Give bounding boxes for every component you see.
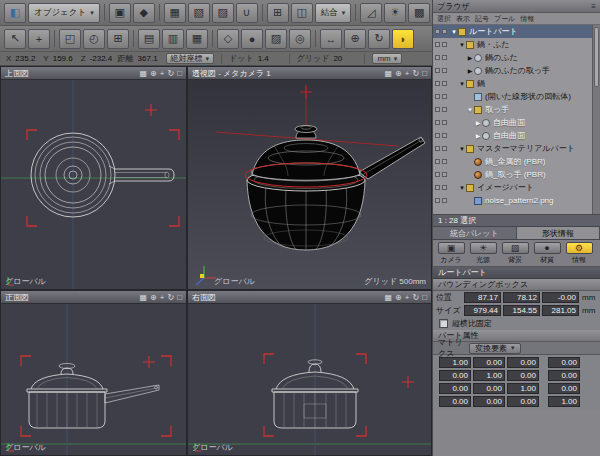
visibility-toggle-icon[interactable] (435, 120, 440, 125)
object-mode-dropdown[interactable]: オブジェクト▾ (28, 3, 100, 23)
tree-item[interactable]: ▼取っ手 (433, 103, 592, 116)
viewport-pan-icon[interactable]: + (405, 69, 410, 78)
matrix-cell[interactable]: 1.00 (548, 396, 580, 407)
viewport-pan-icon[interactable]: + (160, 69, 165, 78)
aspect-lock-checkbox[interactable] (439, 319, 448, 328)
measure-icon[interactable]: ◿ (360, 3, 382, 23)
tree-item[interactable]: ▼イメージパート (433, 181, 592, 194)
size-z-field[interactable]: 281.05 (542, 305, 579, 316)
viewport-front[interactable]: 正面図 ▦⊕+↻□ (0, 290, 187, 456)
tree-item[interactable]: ▼鍋 (433, 77, 592, 90)
light-icon[interactable]: ☀ (384, 3, 406, 23)
tree-expand-arrow[interactable]: ▶ (474, 132, 482, 139)
position-z-field[interactable]: -0.00 (542, 292, 579, 303)
matrix-cell[interactable]: 0.00 (507, 396, 539, 407)
visibility-toggle-icon[interactable] (435, 29, 440, 34)
browser-scrollbar[interactable] (592, 25, 600, 214)
create-part-icon[interactable]: ▣ (109, 3, 131, 23)
viewport-maximize-icon[interactable]: □ (177, 69, 182, 78)
visibility-toggle-icon[interactable] (435, 159, 440, 164)
y-value[interactable]: 159.6 (53, 54, 77, 63)
render-toggle-icon[interactable] (442, 133, 447, 138)
tree-expand-arrow[interactable]: ▶ (466, 67, 474, 74)
render-toggle-icon[interactable] (442, 120, 447, 125)
snap-magnet-icon[interactable]: ∪ (236, 3, 258, 23)
visibility-toggle-icon[interactable] (435, 198, 440, 203)
matrix-cell[interactable]: 0.00 (439, 396, 471, 407)
tree-expand-arrow[interactable]: ▼ (458, 81, 466, 87)
rotate-view-icon[interactable]: ↻ (368, 29, 390, 49)
position-y-field[interactable]: 78.12 (503, 292, 540, 303)
render-toggle-icon[interactable] (442, 94, 447, 99)
visibility-toggle-icon[interactable] (435, 94, 440, 99)
tree-expand-arrow[interactable]: ▼ (458, 146, 466, 152)
polygon-mesh-icon[interactable]: ▦ (164, 3, 186, 23)
viewport-layout-icon[interactable]: ▦ (385, 293, 393, 302)
x-value[interactable]: 235.2 (15, 54, 39, 63)
camera-tab-icon[interactable]: ▣カメラ (436, 242, 466, 264)
viewport-zoom-icon[interactable]: ⊕ (150, 69, 157, 78)
tree-item[interactable]: noise_pattern2.png (433, 194, 592, 207)
shaded-display-icon[interactable]: ● (241, 29, 263, 49)
camera-display-icon[interactable]: ◎ (289, 29, 311, 49)
matrix-cell[interactable]: 1.00 (507, 383, 539, 394)
visibility-toggle-icon[interactable] (435, 68, 440, 73)
perspective-view-canvas[interactable] (188, 80, 432, 290)
matrix-cell[interactable]: 0.00 (507, 357, 539, 368)
tree-item[interactable]: ▼鍋・ふた (433, 38, 592, 51)
viewport-layout-icon[interactable]: ▦ (140, 69, 148, 78)
layout-custom-view-icon[interactable]: ▦ (186, 29, 208, 49)
browser-column-label[interactable]: 情報 (520, 14, 534, 24)
tree-item[interactable]: ▶鍋のふたの取っ手 (433, 64, 592, 77)
viewport-zoom-icon[interactable]: ⊕ (150, 293, 157, 302)
tree-expand-arrow[interactable]: ▼ (458, 42, 466, 48)
grid-snap-icon[interactable]: ⊞ (267, 3, 289, 23)
tab-integrated-palette[interactable]: 統合パレット (433, 227, 517, 239)
matrix-cell[interactable]: 0.00 (473, 396, 505, 407)
unit-dropdown[interactable]: mm ▾ (372, 53, 402, 64)
zoom-view-icon[interactable]: ⊕ (344, 29, 366, 49)
matrix-cell[interactable]: 0.00 (439, 370, 471, 381)
viewport-rotate-icon[interactable]: ↻ (167, 69, 174, 78)
layout-single-view-icon[interactable]: ▤ (138, 29, 160, 49)
browser-column-label[interactable]: ブール (494, 14, 515, 24)
visibility-toggle-icon[interactable] (435, 146, 440, 151)
coordinate-mode-dropdown[interactable]: 絶対座標 ▾ (166, 53, 215, 64)
matrix-cell[interactable]: 1.00 (473, 370, 505, 381)
front-view-canvas[interactable] (1, 304, 187, 456)
background-tab-icon[interactable]: ▨背景 (500, 242, 530, 264)
size-x-field[interactable]: 979.44 (464, 305, 501, 316)
browser-column-label[interactable]: 表示 (456, 14, 470, 24)
object-cube-icon[interactable]: ◧ (4, 3, 26, 23)
mirror-icon[interactable]: ◫ (291, 3, 313, 23)
render-toggle-icon[interactable] (442, 185, 447, 190)
line-shape-icon[interactable]: ▨ (212, 3, 234, 23)
matrix-cell[interactable]: 0.00 (548, 370, 580, 381)
visibility-toggle-icon[interactable] (435, 172, 440, 177)
tree-item[interactable]: 鍋_金属的 (PBR) (433, 155, 592, 168)
join-mode-dropdown[interactable]: 結合▾ (315, 3, 352, 23)
grid-plane-icon[interactable]: ⊞ (107, 29, 129, 49)
distance-value[interactable]: 367.1 (138, 54, 162, 63)
matrix-cell[interactable]: 0.00 (473, 357, 505, 368)
texture-display-icon[interactable]: ▨ (265, 29, 287, 49)
viewport-top[interactable]: 上面図 ▦⊕+↻□ (0, 66, 187, 290)
info-tab-icon[interactable]: ⚙情報 (564, 242, 594, 264)
viewport-pan-icon[interactable]: + (160, 293, 165, 302)
wireframe-display-icon[interactable]: ◇ (217, 29, 239, 49)
render-toggle-icon[interactable] (442, 198, 447, 203)
browser-column-label[interactable]: 記号 (475, 14, 489, 24)
light-tab-icon[interactable]: ☀光源 (468, 242, 498, 264)
tree-item[interactable]: ▶自由曲面 (433, 116, 592, 129)
tree-item[interactable]: 鍋_取っ手 (PBR) (433, 168, 592, 181)
tree-item[interactable]: ▶鍋のふた (433, 51, 592, 64)
visibility-toggle-icon[interactable] (435, 133, 440, 138)
render-toggle-icon[interactable] (442, 29, 447, 34)
browser-menu-icon[interactable]: ≡ (591, 2, 596, 11)
right-view-canvas[interactable] (188, 304, 432, 456)
viewport-maximize-icon[interactable]: □ (422, 293, 427, 302)
visibility-toggle-icon[interactable] (435, 107, 440, 112)
memo-bubble-icon[interactable]: ◗ (392, 29, 414, 49)
position-x-field[interactable]: 87.17 (464, 292, 501, 303)
viewport-zoom-icon[interactable]: ⊕ (395, 69, 402, 78)
